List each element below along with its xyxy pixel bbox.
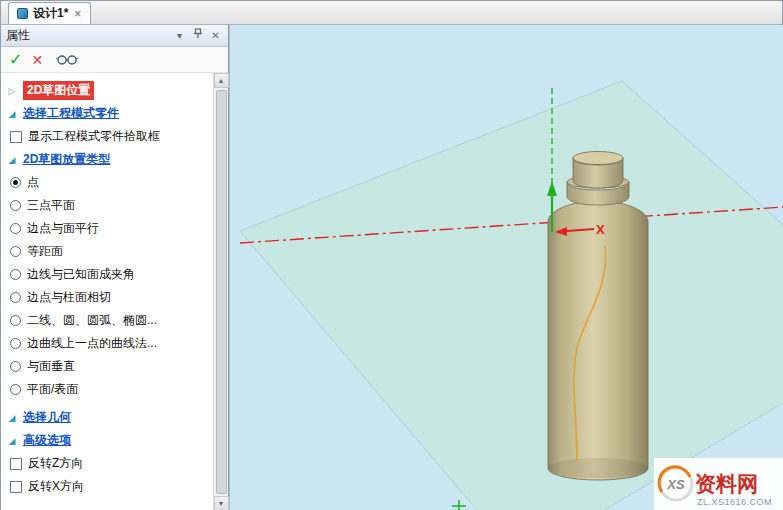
tab-label: 设计1* [33,5,68,22]
section-label: 选择工程模式零件 [23,105,119,122]
collapsed-arrow-icon[interactable]: ▷ [7,86,17,96]
section-label: 2D草图放置类型 [23,151,110,168]
radio-option-plane-surface[interactable]: 平面/表面 [7,378,208,401]
radio-dot[interactable] [10,338,21,349]
radio-option-curve-normal-at-point[interactable]: 边曲线上一点的曲线法... [7,332,208,355]
radio-dot[interactable] [10,269,21,280]
checkbox-box[interactable] [10,131,22,143]
preview-glasses-button[interactable] [56,54,78,66]
expanded-arrow-icon[interactable]: ◢ [7,109,17,119]
scrollbar-thumb[interactable] [216,90,227,494]
properties-panel: 属性 ▾ ✕ ✓ ✕ ▷ 2D草图位置 [1,25,229,510]
ok-button[interactable]: ✓ [9,50,22,69]
watermark: XS 资料网 ZL.XS1616.COM [654,458,783,510]
section-label: 2D草图位置 [23,81,94,100]
x-axis-label: X [596,222,605,237]
radio-option-edge-angle-to-face[interactable]: 边线与已知面成夹角 [7,263,208,286]
watermark-site-url: ZL.XS1616.COM [697,497,772,507]
tab-close-icon[interactable]: × [73,8,82,20]
radio-option-edge-point-parallel-face[interactable]: 边点与面平行 [7,217,208,240]
panel-content: ▷ 2D草图位置 ◢ 选择工程模式零件 显示工程模式零件拾取框 ◢ 2D草图放置… [1,73,228,510]
radio-dot[interactable] [10,200,21,211]
scroll-up-icon[interactable]: ▲ [214,73,229,88]
radio-dot[interactable] [10,177,21,188]
viewport-container: X XS 资料网 ZL.XS1616.COM [229,25,783,510]
section-advanced-options[interactable]: ◢ 高级选项 [7,429,208,452]
tab-design1[interactable]: 设计1* × [8,2,91,24]
scroll-down-icon[interactable]: ▼ [214,496,229,510]
panel-header: 属性 ▾ ✕ [1,25,228,47]
expanded-arrow-icon[interactable]: ◢ [7,413,17,423]
radio-option-offset-plane[interactable]: 等距面 [7,240,208,263]
radio-option-three-point-plane[interactable]: 三点平面 [7,194,208,217]
design-file-icon [17,8,28,19]
checkbox-box[interactable] [10,458,22,470]
panel-scrollbar[interactable]: ▲ ▼ [213,73,228,510]
checkbox-flip-z[interactable]: 反转Z方向 [7,452,208,475]
panel-title: 属性 [6,27,169,44]
radio-dot[interactable] [10,315,21,326]
radio-option-point[interactable]: 点 [7,171,208,194]
section-placement-type[interactable]: ◢ 2D草图放置类型 [7,148,208,171]
radio-dot[interactable] [10,246,21,257]
section-select-geometry[interactable]: ◢ 选择几何 [7,406,208,429]
cancel-button[interactable]: ✕ [31,52,43,68]
watermark-site-name: 资料网 [695,472,758,495]
watermark-logo-text: XS [666,477,685,492]
section-2d-sketch-position[interactable]: ▷ 2D草图位置 [7,79,208,102]
checkbox-box[interactable] [10,481,22,493]
app-window: 设计1* × 属性 ▾ ✕ ✓ ✕ [0,0,783,510]
radio-dot[interactable] [10,384,21,395]
expanded-arrow-icon[interactable]: ◢ [7,436,17,446]
section-select-part[interactable]: ◢ 选择工程模式零件 [7,102,208,125]
radio-option-edge-point-tangent-cylinder[interactable]: 边点与柱面相切 [7,286,208,309]
checkbox-show-pickbox[interactable]: 显示工程模式零件拾取框 [7,125,208,148]
bottle-cap-top [573,152,623,165]
radio-option-perpendicular-to-face[interactable]: 与面垂直 [7,355,208,378]
checkbox-flip-x[interactable]: 反转X方向 [7,475,208,498]
bottle-body[interactable] [548,201,648,480]
section-label: 选择几何 [23,409,71,426]
panel-menu-icon[interactable]: ▾ [172,29,187,43]
radio-dot[interactable] [10,223,21,234]
radio-dot[interactable] [10,292,21,303]
viewport-3d[interactable]: X XS 资料网 ZL.XS1616.COM [230,25,783,510]
panel-close-icon[interactable]: ✕ [208,29,223,43]
expanded-arrow-icon[interactable]: ◢ [7,155,17,165]
panel-toolbar: ✓ ✕ [1,47,228,73]
pin-icon[interactable] [190,28,205,43]
radio-option-two-lines-circle-arc-ellipse[interactable]: 二线、圆、圆弧、椭圆... [7,309,208,332]
radio-dot[interactable] [10,361,21,372]
section-label: 高级选项 [23,432,71,449]
bottle-bottom-shade [548,458,648,478]
document-tab-bar: 设计1* × [1,1,782,25]
